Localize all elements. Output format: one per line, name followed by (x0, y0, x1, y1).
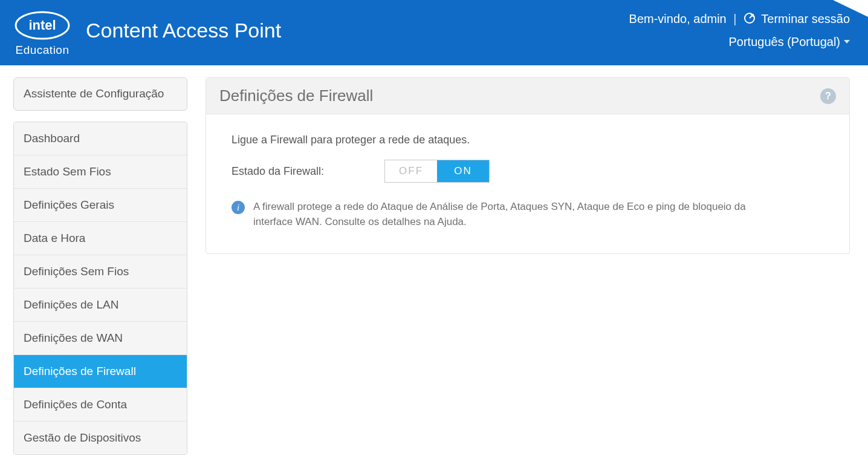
chevron-down-icon (844, 40, 850, 44)
language-label: Português (Portugal) (728, 31, 840, 53)
sidebar-item-8[interactable]: Definições de Conta (14, 388, 187, 421)
welcome-text: Bem-vindo, admin (629, 12, 727, 25)
app-title: Content Access Point (86, 19, 281, 42)
sidebar-item-2[interactable]: Definições Gerais (14, 188, 187, 221)
sidebar-item-7[interactable]: Definições de Firewall (14, 354, 187, 388)
instruction-text: Ligue a Firewall para proteger a rede de… (232, 134, 824, 146)
header-right: Bem-vindo, admin | Terminar sessão Portu… (629, 8, 850, 53)
intel-education-logo: intel Education (13, 10, 71, 57)
sidebar: Assistente de Configuração DashboardEsta… (13, 77, 187, 455)
page-title: Definições de Firewall (219, 86, 373, 105)
sidebar-item-6[interactable]: Definições de WAN (14, 321, 187, 354)
toggle-off-option: OFF (385, 160, 437, 182)
info-text: A firewall protege a rede do Ataque de A… (253, 200, 751, 229)
svg-text:intel: intel (28, 18, 56, 33)
logo-subtext: Education (15, 44, 69, 57)
firewall-toggle[interactable]: OFF ON (384, 160, 490, 183)
content-panel: Definições de Firewall ? Ligue a Firewal… (206, 77, 850, 254)
config-wizard-button[interactable]: Assistente de Configuração (13, 77, 187, 111)
nav-menu: DashboardEstado Sem FiosDefinições Gerai… (13, 122, 187, 455)
sidebar-item-3[interactable]: Data e Hora (14, 221, 187, 255)
firewall-status-row: Estado da Firewall: OFF ON (232, 160, 824, 183)
panel-body: Ligue a Firewall para proteger a rede de… (206, 114, 849, 253)
sidebar-item-4[interactable]: Definições Sem Fios (14, 255, 187, 288)
logout-link[interactable]: Terminar sessão (743, 12, 850, 25)
panel-header: Definições de Firewall ? (206, 78, 849, 114)
firewall-status-label: Estado da Firewall: (232, 165, 324, 178)
logout-icon (743, 9, 756, 31)
sidebar-item-5[interactable]: Definições de LAN (14, 288, 187, 321)
main-layout: Assistente de Configuração DashboardEsta… (0, 65, 868, 473)
language-selector[interactable]: Português (Portugal) (728, 31, 850, 53)
info-icon: i (232, 201, 245, 214)
help-button[interactable]: ? (820, 88, 836, 104)
sidebar-item-1[interactable]: Estado Sem Fios (14, 155, 187, 188)
logo-block: intel Education Content Access Point (13, 10, 281, 57)
toggle-on-option: ON (437, 160, 489, 182)
intel-logo-icon: intel (13, 10, 71, 41)
info-row: i A firewall protege a rede do Ataque de… (232, 200, 751, 229)
sidebar-item-9[interactable]: Gestão de Dispositivos (14, 421, 187, 454)
separator: | (733, 12, 736, 25)
sidebar-item-0[interactable]: Dashboard (14, 122, 187, 155)
logout-label: Terminar sessão (761, 12, 850, 25)
app-header: intel Education Content Access Point Bem… (0, 0, 868, 65)
